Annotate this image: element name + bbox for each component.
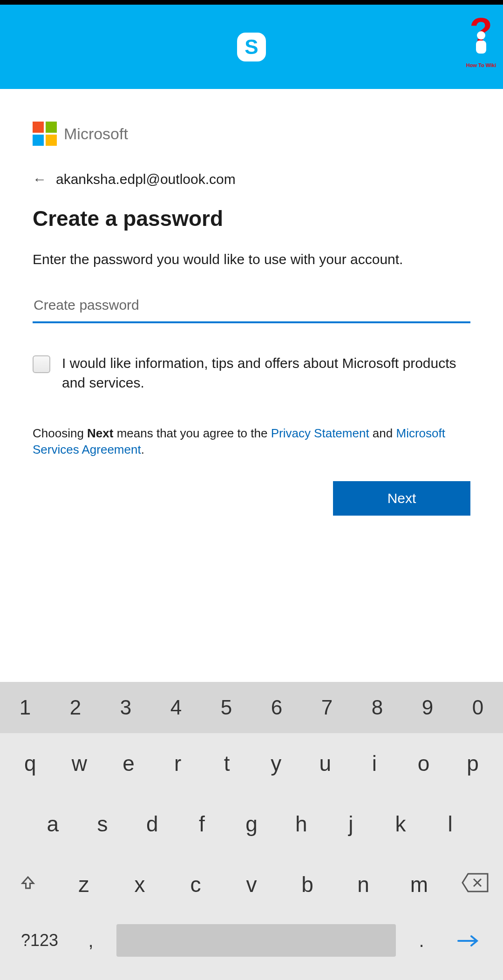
app-header: S ? How To Wiki: [0, 5, 503, 89]
key-k[interactable]: k: [376, 811, 426, 837]
key-d[interactable]: d: [127, 811, 177, 837]
key-4[interactable]: 4: [151, 696, 201, 719]
key-y[interactable]: y: [252, 751, 301, 776]
key-v[interactable]: v: [224, 872, 279, 897]
instruction-text: Enter the password you would like to use…: [33, 250, 470, 269]
key-g[interactable]: g: [227, 811, 277, 837]
arrow-right-icon: [456, 934, 480, 948]
key-i[interactable]: i: [350, 751, 399, 776]
agreement-text: Choosing Next means that you agree to th…: [33, 425, 470, 458]
keyboard-number-row: 1 2 3 4 5 6 7 8 9 0: [0, 682, 503, 733]
key-f[interactable]: f: [177, 811, 227, 837]
comma-key[interactable]: ,: [70, 930, 112, 951]
key-c[interactable]: c: [168, 872, 224, 897]
key-9[interactable]: 9: [402, 696, 453, 719]
next-button[interactable]: Next: [333, 481, 470, 516]
keyboard-row-asdf: a s d f g h j k l: [0, 794, 503, 854]
key-r[interactable]: r: [153, 751, 203, 776]
marketing-checkbox[interactable]: [33, 355, 50, 373]
key-l[interactable]: l: [425, 811, 475, 837]
key-x[interactable]: x: [112, 872, 168, 897]
email-row: ← akanksha.edpl@outlook.com: [33, 171, 470, 187]
soft-keyboard: 1 2 3 4 5 6 7 8 9 0 q w e r t y u i o p …: [0, 682, 503, 980]
howtowiki-watermark: ? How To Wiki: [466, 16, 496, 68]
key-s[interactable]: s: [78, 811, 128, 837]
microsoft-label: Microsoft: [64, 125, 128, 143]
key-5[interactable]: 5: [201, 696, 252, 719]
key-w[interactable]: w: [55, 751, 104, 776]
keyboard-bottom-row: ?123 , .: [0, 915, 503, 966]
key-0[interactable]: 0: [453, 696, 503, 719]
key-b[interactable]: b: [279, 872, 335, 897]
symbols-key[interactable]: ?123: [9, 931, 70, 950]
person-figure-icon: [474, 31, 488, 54]
enter-key[interactable]: [442, 928, 494, 953]
watermark-text: How To Wiki: [466, 62, 496, 68]
agreement-bold: Next: [87, 426, 113, 440]
page-title: Create a password: [33, 206, 470, 231]
shift-key[interactable]: [0, 874, 56, 895]
keyboard-row-zxcv: z x c v b n m: [0, 854, 503, 915]
key-e[interactable]: e: [104, 751, 153, 776]
key-h[interactable]: h: [276, 811, 326, 837]
agreement-mid: means that you agree to the: [113, 426, 271, 440]
key-3[interactable]: 3: [101, 696, 151, 719]
key-t[interactable]: t: [202, 751, 252, 776]
key-j[interactable]: j: [326, 811, 376, 837]
main-content: Microsoft ← akanksha.edpl@outlook.com Cr…: [0, 89, 503, 458]
skype-logo: S: [237, 33, 266, 61]
agreement-prefix: Choosing: [33, 426, 87, 440]
agreement-and: and: [369, 426, 396, 440]
key-o[interactable]: o: [399, 751, 449, 776]
backspace-icon: [462, 873, 489, 892]
back-arrow-icon[interactable]: ←: [33, 171, 47, 187]
period-key[interactable]: .: [401, 930, 442, 951]
keyboard-row-qwerty: q w e r t y u i o p: [0, 733, 503, 794]
marketing-checkbox-label: I would like information, tips and offer…: [62, 354, 470, 393]
key-1[interactable]: 1: [0, 696, 50, 719]
key-6[interactable]: 6: [252, 696, 302, 719]
account-email: akanksha.edpl@outlook.com: [56, 171, 236, 187]
microsoft-logo-icon: [33, 122, 57, 146]
question-mark-icon: ?: [469, 16, 492, 46]
key-2[interactable]: 2: [50, 696, 101, 719]
space-key[interactable]: [116, 924, 396, 957]
key-n[interactable]: n: [335, 872, 391, 897]
password-input[interactable]: [33, 293, 470, 323]
key-z[interactable]: z: [56, 872, 112, 897]
skype-s-icon: S: [245, 35, 258, 59]
key-a[interactable]: a: [28, 811, 78, 837]
agreement-suffix: .: [141, 442, 144, 456]
key-m[interactable]: m: [391, 872, 447, 897]
microsoft-logo-row: Microsoft: [33, 122, 470, 146]
status-bar-black: [0, 0, 503, 5]
shift-up-icon: [20, 874, 36, 891]
key-7[interactable]: 7: [302, 696, 352, 719]
key-8[interactable]: 8: [352, 696, 402, 719]
key-p[interactable]: p: [448, 751, 497, 776]
backspace-key[interactable]: [447, 873, 503, 897]
marketing-optin-row: I would like information, tips and offer…: [33, 354, 470, 393]
key-q[interactable]: q: [6, 751, 55, 776]
privacy-statement-link[interactable]: Privacy Statement: [271, 426, 369, 440]
key-u[interactable]: u: [301, 751, 350, 776]
